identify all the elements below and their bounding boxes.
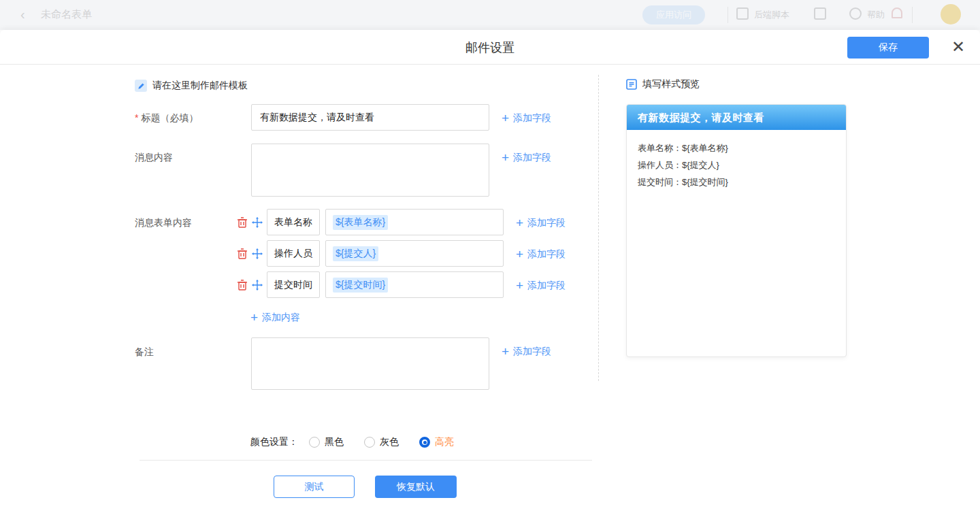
form-content-label: 消息表单内容 xyxy=(135,217,192,229)
title-input[interactable] xyxy=(251,104,489,131)
page-title: 邮件设置 xyxy=(0,39,980,56)
title-field-label: *标题（必填） xyxy=(135,112,198,124)
color-setting-label: 颜色设置： xyxy=(250,436,298,448)
form-title: 未命名表单 xyxy=(41,8,92,21)
email-settings-modal: 邮件设置 保存 ✕ 请在这里制作邮件模板 *标题（必填） + 添加字段 消息内容… xyxy=(0,30,980,515)
plus-icon: + xyxy=(516,218,523,229)
move-row-icon[interactable] xyxy=(252,279,263,291)
radio-option-black[interactable]: 黑色 xyxy=(309,436,344,448)
template-section-title: 请在这里制作邮件模板 xyxy=(152,80,248,92)
message-field-label: 消息内容 xyxy=(135,152,173,164)
field-token: ${提交人} xyxy=(333,246,378,261)
radio-icon[interactable] xyxy=(364,437,375,448)
script-icon xyxy=(736,7,749,20)
user-panel-icon[interactable] xyxy=(814,7,826,20)
email-preview-card: 有新数据提交，请及时查看 表单名称：${表单名称} 操作人员：${提交人} 提交… xyxy=(626,104,847,357)
delete-row-icon[interactable] xyxy=(237,248,248,260)
back-icon[interactable]: ‹ xyxy=(20,7,25,22)
radio-option-highlight[interactable]: 高亮 xyxy=(419,436,454,448)
message-textarea[interactable] xyxy=(251,144,489,197)
add-field-link-message[interactable]: + 添加字段 xyxy=(502,152,551,164)
row-name-input[interactable] xyxy=(267,209,320,235)
close-icon[interactable]: ✕ xyxy=(950,39,966,55)
preview-card-body: 表单名称：${表单名称} 操作人员：${提交人} 提交时间：${提交时间} xyxy=(627,130,846,200)
row-token-input[interactable]: ${提交时间} xyxy=(325,271,504,298)
radio-icon[interactable] xyxy=(309,437,320,448)
radio-option-gray[interactable]: 灰色 xyxy=(364,436,399,448)
modal-header: 邮件设置 保存 ✕ xyxy=(0,30,980,65)
pencil-icon xyxy=(135,80,147,92)
add-content-link[interactable]: + 添加内容 xyxy=(250,312,300,324)
field-token: ${提交时间} xyxy=(333,278,388,293)
restore-default-button[interactable]: 恢复默认 xyxy=(375,476,457,498)
row-name-input[interactable] xyxy=(267,271,320,298)
row-token-input[interactable]: ${提交人} xyxy=(325,240,504,267)
help-menu-item[interactable]: 帮助 xyxy=(867,9,885,21)
row-token-input[interactable]: ${表单名称} xyxy=(325,209,504,235)
template-section-header: 请在这里制作邮件模板 xyxy=(135,78,248,93)
required-asterisk: * xyxy=(135,112,138,123)
plus-icon: + xyxy=(250,312,258,323)
field-token: ${表单名称} xyxy=(333,215,388,230)
preview-section-header: 填写样式预览 xyxy=(626,78,700,90)
add-field-link-row2[interactable]: + 添加字段 xyxy=(516,248,566,261)
script-menu-item[interactable]: 后端脚本 xyxy=(754,9,789,21)
move-row-icon[interactable] xyxy=(252,216,263,229)
remark-textarea[interactable] xyxy=(251,337,489,390)
app-topbar: ‹ 未命名表单 应用访问 后端脚本 帮助 xyxy=(0,0,980,30)
topbar-divider xyxy=(912,7,913,23)
avatar[interactable] xyxy=(941,4,961,24)
app-access-button[interactable]: 应用访问 xyxy=(642,5,705,24)
add-field-link-row3[interactable]: + 添加字段 xyxy=(516,280,566,292)
add-field-link-row1[interactable]: + 添加字段 xyxy=(516,217,566,229)
plus-icon: + xyxy=(502,152,509,163)
add-field-link-remark[interactable]: + 添加字段 xyxy=(502,346,551,358)
plus-icon: + xyxy=(502,113,509,124)
preview-card-title: 有新数据提交，请及时查看 xyxy=(627,105,846,130)
footer-divider xyxy=(140,460,592,461)
add-field-link-title[interactable]: + 添加字段 xyxy=(502,112,551,124)
move-row-icon[interactable] xyxy=(252,248,263,260)
notification-bell-icon[interactable] xyxy=(892,7,902,18)
delete-row-icon[interactable] xyxy=(237,216,248,229)
delete-row-icon[interactable] xyxy=(237,279,248,291)
plus-icon: + xyxy=(516,249,523,260)
radio-icon-checked[interactable] xyxy=(419,437,430,448)
save-button[interactable]: 保存 xyxy=(847,37,929,59)
preview-line: 操作人员：${提交人} xyxy=(638,156,835,173)
panel-divider xyxy=(598,75,599,381)
preview-section-title: 填写样式预览 xyxy=(642,78,700,90)
color-setting-row: 颜色设置： 黑色 灰色 高亮 xyxy=(250,436,454,448)
preview-line: 提交时间：${提交时间} xyxy=(638,173,835,190)
plus-icon: + xyxy=(516,280,523,291)
plus-icon: + xyxy=(502,346,509,357)
remark-field-label: 备注 xyxy=(135,346,154,359)
preview-line: 表单名称：${表单名称} xyxy=(638,139,835,156)
preview-doc-icon xyxy=(626,79,637,90)
row-name-input[interactable] xyxy=(267,240,320,267)
topbar-divider xyxy=(728,7,728,23)
test-button[interactable]: 测试 xyxy=(274,476,355,498)
help-icon xyxy=(849,7,862,20)
